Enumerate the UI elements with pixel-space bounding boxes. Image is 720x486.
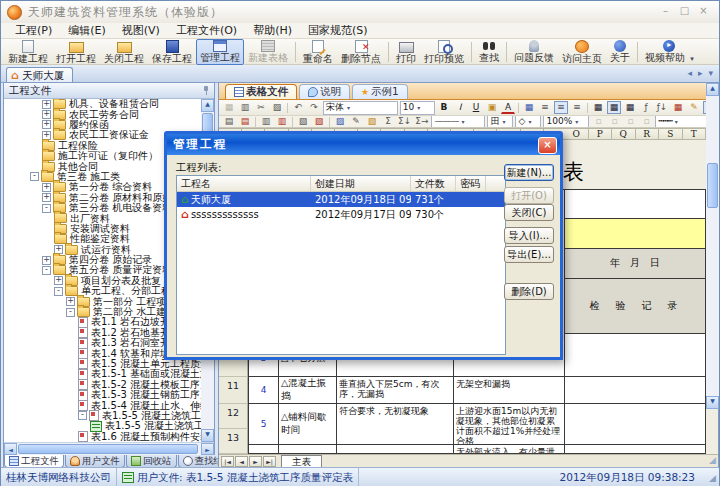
close-button[interactable]: ×: [696, 5, 711, 18]
cut-icon[interactable]: ✂: [254, 101, 268, 114]
manage-project-button[interactable]: 管理工程: [196, 39, 244, 65]
sort-icon[interactable]: ƒ↓: [655, 101, 669, 114]
project-row-sssssssssssss[interactable]: ⌂sssssssssssss2012年09月17日 09:00:42730个: [177, 207, 505, 222]
tab-menu-icon[interactable]: ▾: [708, 68, 713, 78]
tree-scroll-up-icon[interactable]: ▲: [201, 99, 214, 112]
column-header-T[interactable]: T: [683, 128, 707, 140]
project-list[interactable]: 工程名创建日期文件数密码⌂天师大厦2012年09月18日 09:33:51731…: [176, 175, 506, 355]
border-grid-select[interactable]: 田▾: [487, 116, 513, 128]
tree-expander[interactable]: -: [54, 287, 63, 296]
sheet-last-button[interactable]: ►|: [263, 456, 276, 467]
fill-icon[interactable]: ▨: [333, 116, 347, 128]
bold-icon[interactable]: B: [437, 101, 451, 114]
delete-col-icon[interactable]: ▥: [275, 116, 289, 128]
dialog-button-导入[interactable]: 导入(I)...: [504, 227, 554, 244]
tree-expander[interactable]: +: [42, 120, 51, 129]
zoom-select[interactable]: 100%▾: [543, 116, 589, 128]
tree-expander[interactable]: -: [30, 172, 39, 181]
find-button[interactable]: 查找: [475, 39, 503, 65]
list-column-密码[interactable]: 密码: [456, 176, 486, 191]
about-button[interactable]: 关于: [606, 39, 634, 65]
list-column-创建日期[interactable]: 创建日期: [311, 176, 411, 191]
icon-b[interactable]: ▫: [607, 116, 621, 128]
insert-col-icon[interactable]: ▥: [259, 116, 273, 128]
border-outline-icon[interactable]: ▦: [623, 101, 637, 114]
sheet-scroll-thumb[interactable]: [707, 163, 718, 208]
icon-c[interactable]: ▫: [623, 116, 637, 128]
border-thick-icon[interactable]: ▦: [591, 101, 605, 114]
menu-item-3[interactable]: 视图(V): [114, 23, 168, 38]
dialog-button-导出[interactable]: 导出(E)...: [504, 246, 554, 263]
delete-node-button[interactable]: 删除节点: [337, 39, 385, 65]
sum-col-icon[interactable]: Σ↓: [397, 116, 412, 128]
doc-tab-说明[interactable]: 说明: [299, 84, 350, 99]
format-painter-icon[interactable]: ✎: [687, 101, 701, 114]
print-preview-button[interactable]: 打印预览: [420, 39, 468, 65]
column-header-P[interactable]: P: [589, 128, 613, 140]
tree-expander[interactable]: -: [42, 204, 51, 213]
insert-cell-icon[interactable]: ▧: [296, 116, 310, 128]
tree-expander[interactable]: +: [42, 110, 51, 119]
project-row-天师大厦[interactable]: ⌂天师大厦2012年09月18日 09:33:51731个: [177, 192, 505, 207]
font-color-icon[interactable]: A: [501, 102, 515, 114]
row-header-12[interactable]: 12: [219, 404, 248, 429]
sheet-vertical-scrollbar[interactable]: ▲▼: [706, 83, 719, 409]
border-grid-icon[interactable]: ▦: [607, 101, 621, 114]
maximize-button[interactable]: □: [677, 5, 692, 18]
line-style-select[interactable]: ———▾: [431, 116, 485, 128]
sheet-first-button[interactable]: |◄: [221, 456, 234, 467]
tree-scroll-down-icon[interactable]: ▼: [201, 429, 214, 442]
sheet-scroll-down-icon[interactable]: ▼: [706, 396, 719, 409]
tab-scroll-left-icon[interactable]: ◂: [687, 68, 692, 78]
sum-icon[interactable]: Σ: [381, 116, 395, 128]
tree-scroll-left-icon[interactable]: ◄: [4, 443, 17, 455]
video-help-button[interactable]: 视频帮助 ▾: [641, 39, 698, 65]
column-header-O[interactable]: O: [565, 128, 589, 140]
row-header-11[interactable]: 11: [219, 377, 248, 404]
dialog-title-bar[interactable]: 管理工程: [167, 134, 560, 155]
save-icon[interactable]: ▦: [222, 101, 236, 114]
dialog-button-删除[interactable]: 删除(D): [504, 283, 554, 300]
sum-row-icon[interactable]: Σ→: [414, 116, 429, 128]
formula-icon[interactable]: ƒ: [639, 101, 653, 114]
menu-item-6[interactable]: 国家规范(S): [300, 23, 376, 38]
tree-expander[interactable]: +: [66, 297, 75, 306]
tree-expander[interactable]: +: [42, 256, 51, 265]
minimize-button[interactable]: –: [658, 5, 673, 18]
save-project-button[interactable]: 保存工程: [148, 39, 196, 65]
redo-icon[interactable]: ↷: [307, 101, 321, 114]
sheet-prev-button[interactable]: ◄: [235, 456, 248, 467]
font-size-select[interactable]: 10▾: [400, 101, 435, 115]
row-header-13[interactable]: 13: [219, 429, 248, 454]
dialog-close-button[interactable]: ×: [538, 137, 557, 154]
italic-icon[interactable]: I: [453, 101, 467, 114]
align-center-icon[interactable]: ≡: [554, 101, 568, 114]
merge-cells-icon[interactable]: ▦: [522, 101, 536, 114]
tree-expander[interactable]: +: [42, 193, 51, 202]
tree-hscroll-thumb[interactable]: [18, 444, 198, 454]
insert-row-icon[interactable]: ▤: [222, 116, 236, 128]
tree-expander[interactable]: -: [42, 266, 51, 275]
tab-scroll-right-icon[interactable]: ▸: [698, 68, 703, 78]
feedback-button[interactable]: 问题反馈: [510, 39, 558, 65]
menu-item-1[interactable]: 工程(P): [7, 23, 60, 38]
delete-cell-icon[interactable]: ▧: [312, 116, 326, 128]
print-button[interactable]: 打印: [392, 39, 420, 65]
tree-expander[interactable]: -: [66, 308, 75, 317]
icon-d[interactable]: ▫: [639, 116, 653, 128]
tree-scroll-right-icon[interactable]: ►: [201, 443, 214, 455]
copy-icon[interactable]: ▥: [238, 101, 252, 114]
menu-item-2[interactable]: 编辑(E): [60, 23, 114, 38]
pin-icon[interactable]: [202, 86, 210, 95]
rename-button[interactable]: 重命名: [299, 39, 337, 65]
magic-icon[interactable]: ▧: [365, 116, 379, 128]
list-column-文件数[interactable]: 文件数: [411, 176, 456, 191]
close-project-button[interactable]: 关闭工程: [100, 39, 148, 65]
project-tab[interactable]: ⌂ 天师大厦: [6, 67, 73, 83]
doc-tab-表格文件[interactable]: 表格文件: [225, 84, 297, 99]
tree-expander[interactable]: +: [54, 276, 63, 285]
underline-icon[interactable]: U: [469, 101, 483, 114]
brush-icon[interactable]: ✎: [349, 116, 363, 128]
paste-icon[interactable]: ▨: [270, 101, 284, 114]
dash-style-select[interactable]: ┅┅┅▾: [655, 116, 709, 128]
